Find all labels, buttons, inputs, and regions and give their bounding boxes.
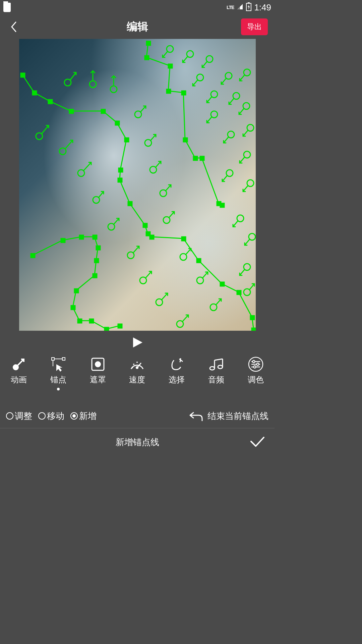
bottom-bar: 新增锚点线 bbox=[0, 428, 275, 456]
svg-rect-37 bbox=[93, 274, 97, 278]
svg-rect-32 bbox=[61, 238, 65, 243]
svg-line-89 bbox=[202, 61, 207, 67]
svg-rect-9 bbox=[119, 168, 123, 172]
tool-label: 速度 bbox=[129, 374, 145, 385]
check-icon bbox=[250, 436, 265, 447]
anchor-mode-radios: 调整 移动 新增 bbox=[6, 410, 97, 422]
speed-icon bbox=[129, 356, 145, 372]
svg-line-57 bbox=[99, 192, 104, 198]
svg-rect-17 bbox=[220, 282, 224, 286]
status-bar: LTE 1:49 bbox=[0, 0, 275, 15]
svg-rect-27 bbox=[193, 156, 197, 160]
back-button[interactable] bbox=[7, 20, 20, 34]
svg-line-83 bbox=[216, 299, 221, 305]
page-title: 编辑 bbox=[127, 19, 148, 34]
svg-line-109 bbox=[240, 157, 245, 163]
editor-canvas[interactable] bbox=[19, 39, 256, 331]
mask-icon bbox=[90, 356, 106, 372]
svg-rect-124 bbox=[52, 358, 54, 360]
svg-line-97 bbox=[240, 75, 245, 81]
svg-rect-18 bbox=[237, 290, 241, 294]
tool-mask[interactable]: 遮罩 bbox=[81, 356, 115, 390]
svg-rect-25 bbox=[182, 91, 186, 95]
svg-rect-30 bbox=[220, 203, 224, 207]
svg-rect-14 bbox=[150, 235, 154, 239]
tool-active-indicator bbox=[57, 388, 60, 390]
radio-label: 调整 bbox=[15, 410, 32, 422]
anchor-overlay bbox=[19, 39, 256, 331]
svg-rect-39 bbox=[71, 306, 75, 310]
header: 编辑 导出 bbox=[0, 15, 275, 39]
signal-icon bbox=[237, 3, 243, 11]
status-right: LTE 1:49 bbox=[227, 2, 271, 13]
tool-color[interactable]: 调色 bbox=[239, 356, 273, 390]
play-icon bbox=[131, 336, 144, 349]
end-anchor-line-button[interactable]: 结束当前锚点线 bbox=[189, 410, 268, 422]
anchor-icon bbox=[50, 356, 66, 372]
svg-rect-36 bbox=[95, 259, 99, 263]
clock-time: 1:49 bbox=[254, 2, 271, 13]
end-line-label: 结束当前锚点线 bbox=[207, 410, 268, 422]
svg-rect-23 bbox=[168, 64, 172, 68]
svg-line-139 bbox=[215, 359, 223, 360]
svg-line-101 bbox=[229, 98, 234, 104]
svg-rect-26 bbox=[183, 138, 187, 142]
svg-rect-15 bbox=[182, 237, 186, 241]
export-button[interactable]: 导出 bbox=[241, 18, 268, 35]
tool-animation[interactable]: 动画 bbox=[2, 356, 36, 390]
sub-toolbar: 调整 移动 新增 结束当前锚点线 bbox=[0, 404, 275, 428]
toolbar: 动画 锚点 遮罩 速度 选择 音频 调色 bbox=[0, 354, 275, 390]
radio-label: 移动 bbox=[47, 410, 64, 422]
svg-rect-2 bbox=[21, 73, 25, 77]
tool-audio[interactable]: 音频 bbox=[199, 356, 233, 390]
tool-speed[interactable]: 速度 bbox=[120, 356, 154, 390]
svg-rect-11 bbox=[128, 202, 132, 206]
svg-line-91 bbox=[193, 80, 198, 86]
svg-line-69 bbox=[140, 106, 146, 112]
radio-move[interactable]: 移动 bbox=[38, 410, 64, 422]
svg-line-95 bbox=[221, 78, 226, 84]
select-icon bbox=[169, 356, 185, 372]
svg-rect-33 bbox=[79, 235, 83, 239]
svg-line-123 bbox=[18, 359, 24, 365]
motion-icon bbox=[11, 356, 27, 372]
svg-rect-34 bbox=[93, 235, 97, 239]
svg-line-55 bbox=[83, 162, 91, 171]
svg-line-63 bbox=[145, 271, 152, 278]
audio-icon bbox=[208, 356, 224, 372]
svg-rect-8 bbox=[125, 138, 129, 142]
radio-icon bbox=[38, 412, 46, 420]
tool-select[interactable]: 选择 bbox=[160, 356, 193, 390]
svg-rect-19 bbox=[250, 316, 254, 320]
svg-line-119 bbox=[240, 269, 245, 275]
confirm-button[interactable] bbox=[250, 436, 265, 449]
svg-line-75 bbox=[166, 185, 171, 191]
svg-rect-42 bbox=[105, 327, 109, 331]
svg-line-59 bbox=[114, 218, 119, 224]
svg-rect-7 bbox=[115, 121, 119, 125]
svg-rect-3 bbox=[33, 91, 37, 95]
svg-line-79 bbox=[186, 249, 191, 255]
svg-line-93 bbox=[207, 97, 212, 103]
svg-point-142 bbox=[252, 361, 255, 363]
tool-label: 音频 bbox=[208, 374, 224, 385]
play-button[interactable] bbox=[0, 331, 275, 354]
radio-adjust[interactable]: 调整 bbox=[6, 410, 32, 422]
lte-indicator: LTE bbox=[227, 5, 234, 10]
undo-icon bbox=[189, 410, 203, 422]
bottom-action-label: 新增锚点线 bbox=[116, 436, 159, 448]
svg-line-71 bbox=[150, 135, 156, 141]
radio-icon-selected bbox=[70, 412, 78, 420]
svg-line-77 bbox=[169, 212, 174, 218]
svg-line-105 bbox=[224, 137, 229, 143]
svg-point-46 bbox=[89, 81, 96, 88]
svg-rect-41 bbox=[89, 319, 94, 323]
svg-line-99 bbox=[207, 117, 212, 123]
radio-label: 新增 bbox=[79, 410, 97, 422]
tool-label: 动画 bbox=[11, 374, 27, 385]
radio-add[interactable]: 新增 bbox=[70, 410, 97, 422]
svg-point-48 bbox=[110, 86, 117, 93]
svg-rect-125 bbox=[62, 358, 65, 360]
tool-anchor[interactable]: 锚点 bbox=[42, 356, 75, 390]
svg-rect-6 bbox=[101, 109, 105, 113]
